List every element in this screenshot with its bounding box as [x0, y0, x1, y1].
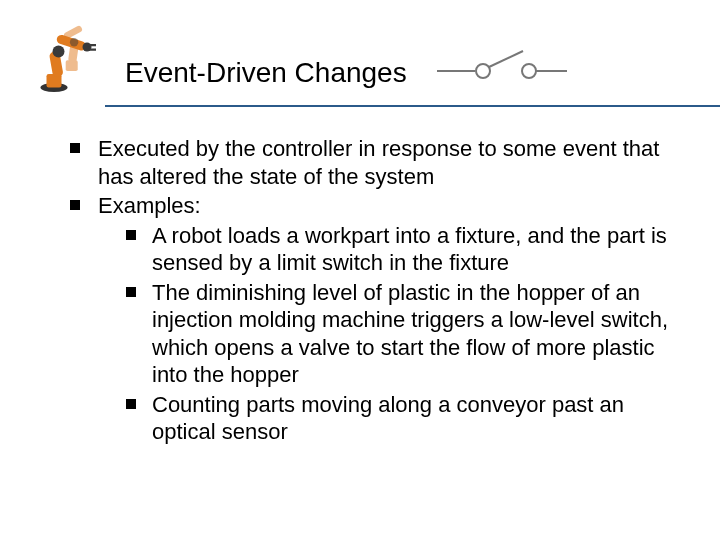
bullet-item: Executed by the controller in response t…: [70, 135, 680, 190]
svg-rect-7: [89, 49, 97, 51]
title-underline: [105, 105, 720, 107]
slide-header: Event-Driven Changes: [0, 0, 720, 95]
slide-title: Event-Driven Changes: [125, 57, 407, 95]
sub-bullet-item: A robot loads a workpart into a fixture,…: [126, 222, 680, 277]
sub-bullet-text: Counting parts moving along a conveyor p…: [152, 392, 624, 445]
sub-bullet-item: The diminishing level of plastic in the …: [126, 279, 680, 389]
svg-point-10: [70, 38, 78, 46]
sub-bullet-text: The diminishing level of plastic in the …: [152, 280, 668, 388]
slide-body: Executed by the controller in response t…: [0, 95, 720, 446]
svg-point-13: [476, 64, 490, 78]
bullet-text: Executed by the controller in response t…: [98, 136, 659, 189]
bullet-text: Examples:: [98, 193, 201, 218]
svg-line-14: [489, 51, 523, 67]
svg-point-15: [522, 64, 536, 78]
svg-rect-6: [89, 44, 97, 46]
switch-symbol-icon: [437, 45, 567, 95]
bullet-item: Examples: A robot loads a workpart into …: [70, 192, 680, 446]
svg-rect-11: [63, 25, 83, 40]
sub-bullet-item: Counting parts moving along a conveyor p…: [126, 391, 680, 446]
sub-bullet-text: A robot loads a workpart into a fixture,…: [152, 223, 667, 276]
svg-point-3: [53, 46, 65, 58]
robot-arm-icon: [30, 20, 105, 95]
